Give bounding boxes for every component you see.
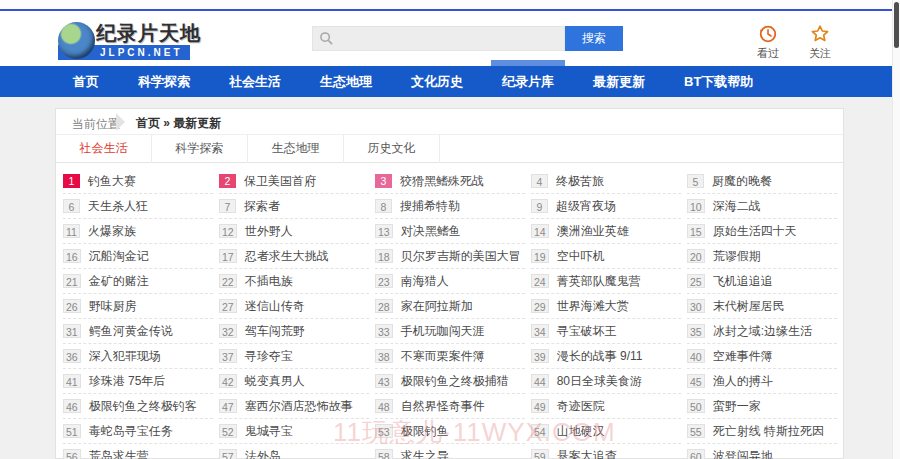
category-tab[interactable]: 科学探索 (152, 135, 248, 163)
documentary-title: 死亡射线 特斯拉死因 (713, 423, 824, 440)
documentary-title: 塞西尔酒店恐怖故事 (245, 398, 353, 415)
list-item[interactable]: 18贝尔罗吉斯的美国大冒 (375, 244, 525, 269)
documentary-title: 手机玩咖闯天涯 (401, 323, 485, 340)
search-input[interactable] (312, 26, 565, 51)
list-item[interactable]: 34寻宝破坏王 (531, 319, 681, 344)
nav-item[interactable]: 首页 (56, 66, 116, 97)
list-item[interactable]: 14澳洲渔业英雄 (531, 219, 681, 244)
nav-item[interactable]: 社会生活 (212, 66, 298, 97)
list-item[interactable]: 47塞西尔酒店恐怖故事 (219, 394, 369, 419)
list-item[interactable]: 41珍珠港 75年后 (63, 369, 213, 394)
rank-badge: 20 (687, 249, 705, 263)
rank-badge: 24 (531, 274, 549, 288)
rank-badge: 44 (531, 374, 549, 388)
list-item[interactable]: 10深海二战 (687, 194, 837, 219)
list-item[interactable]: 27迷信山传奇 (219, 294, 369, 319)
list-item[interactable]: 45渔人的搏斗 (687, 369, 837, 394)
documentary-title: 厨魔的晚餐 (712, 173, 772, 190)
category-tab[interactable]: 历史文化 (344, 135, 440, 163)
list-item[interactable]: 51毒蛇岛寻宝任务 (63, 419, 213, 444)
list-item[interactable]: 52鬼城寻宝 (219, 419, 369, 444)
list-item[interactable]: 9超级宵夜场 (531, 194, 681, 219)
watched-label: 看过 (750, 46, 786, 61)
rank-badge: 34 (531, 324, 549, 338)
list-item[interactable]: 1钓鱼大赛 (63, 169, 213, 194)
list-item[interactable]: 36深入犯罪现场 (63, 344, 213, 369)
search-bar: 搜索 (312, 26, 623, 51)
list-item[interactable]: 16沉船淘金记 (63, 244, 213, 269)
documentary-list: 1钓鱼大赛2保卫美国首府3狡猾黑鳍殊死战4终极苦旅5厨魔的晚餐6天生杀人狂7探索… (63, 169, 844, 459)
list-item[interactable]: 58求生之导 (375, 444, 525, 459)
list-item[interactable]: 3狡猾黑鳍殊死战 (375, 169, 525, 194)
category-tab[interactable]: 社会生活 (56, 135, 152, 163)
documentary-title: 深海二战 (713, 198, 761, 215)
documentary-title: 不寒而栗案件簿 (401, 348, 485, 365)
breadcrumb: 当前位置 首页 » 最新更新 (56, 109, 843, 135)
list-item[interactable]: 35冰封之域:边缘生活 (687, 319, 837, 344)
list-item[interactable]: 7探索者 (219, 194, 369, 219)
documentary-title: 保卫美国首府 (244, 173, 316, 190)
list-item[interactable]: 21金矿的赌注 (63, 269, 213, 294)
list-item[interactable]: 15原始生活四十天 (687, 219, 837, 244)
list-item[interactable]: 46极限钓鱼之终极钓客 (63, 394, 213, 419)
watched-button[interactable]: 看过 (750, 24, 786, 61)
list-item[interactable]: 38不寒而栗案件簿 (375, 344, 525, 369)
list-item[interactable]: 54山地硬汉 (531, 419, 681, 444)
list-item[interactable]: 31鳄鱼河黄金传说 (63, 319, 213, 344)
list-item[interactable]: 56荒岛求生营 (63, 444, 213, 459)
list-item[interactable]: 5厨魔的晚餐 (687, 169, 837, 194)
list-item[interactable]: 37寻珍夺宝 (219, 344, 369, 369)
list-item[interactable]: 30末代树屋居民 (687, 294, 837, 319)
list-item[interactable]: 57法外岛 (219, 444, 369, 459)
scrollbar-thumb[interactable] (894, 2, 899, 48)
list-item[interactable]: 43极限钓鱼之终极捕猎 (375, 369, 525, 394)
rank-badge: 33 (375, 324, 393, 338)
category-tab[interactable]: 生态地理 (248, 135, 344, 163)
list-item[interactable]: 17忍者求生大挑战 (219, 244, 369, 269)
documentary-title: 探索者 (244, 198, 280, 215)
list-item[interactable]: 19空中吓机 (531, 244, 681, 269)
documentary-title: 悬案大追查 (557, 448, 617, 459)
site-logo[interactable]: 纪录片天地 JLPCN.NET (58, 14, 208, 64)
list-item[interactable]: 2保卫美国首府 (219, 169, 369, 194)
nav-item[interactable]: BT下载帮助 (667, 66, 770, 97)
list-item[interactable]: 4480日全球美食游 (531, 369, 681, 394)
list-item[interactable]: 13对决黑鳍鱼 (375, 219, 525, 244)
content-card: 当前位置 首页 » 最新更新 社会生活科学探索生态地理历史文化 1钓鱼大赛2保卫… (55, 108, 844, 459)
list-item[interactable]: 50蛮野一家 (687, 394, 837, 419)
list-item[interactable]: 24菁英部队魔鬼营 (531, 269, 681, 294)
nav-item[interactable]: 最新更新 (576, 66, 662, 97)
list-item[interactable]: 12世外野人 (219, 219, 369, 244)
list-item[interactable]: 26野味厨房 (63, 294, 213, 319)
list-item[interactable]: 22不插电族 (219, 269, 369, 294)
list-item[interactable]: 29世界海滩大赏 (531, 294, 681, 319)
list-item[interactable]: 55死亡射线 特斯拉死因 (687, 419, 837, 444)
search-button[interactable]: 搜索 (565, 26, 623, 51)
nav-item[interactable]: 科学探索 (121, 66, 207, 97)
nav-item[interactable]: 纪录片库 (485, 66, 571, 97)
list-item[interactable]: 40空难事件簿 (687, 344, 837, 369)
list-item[interactable]: 32驾车闯荒野 (219, 319, 369, 344)
list-item[interactable]: 48自然界怪奇事件 (375, 394, 525, 419)
documentary-title: 极限钓鱼 (401, 423, 449, 440)
follow-button[interactable]: 关注 (802, 24, 838, 61)
list-item[interactable]: 4终极苦旅 (531, 169, 681, 194)
list-item[interactable]: 33手机玩咖闯天涯 (375, 319, 525, 344)
breadcrumb-path[interactable]: 首页 » 最新更新 (136, 115, 221, 132)
list-item[interactable]: 25飞机追追追 (687, 269, 837, 294)
list-item[interactable]: 60波登闯异地 (687, 444, 837, 459)
nav-item[interactable]: 文化历史 (394, 66, 480, 97)
list-item[interactable]: 23南海猎人 (375, 269, 525, 294)
list-item[interactable]: 59悬案大追查 (531, 444, 681, 459)
scrollbar-track[interactable] (892, 0, 900, 459)
list-item[interactable]: 8搜捕希特勒 (375, 194, 525, 219)
list-item[interactable]: 39漫长的战事 9/11 (531, 344, 681, 369)
list-item[interactable]: 28家在阿拉斯加 (375, 294, 525, 319)
list-item[interactable]: 11火爆家族 (63, 219, 213, 244)
list-item[interactable]: 6天生杀人狂 (63, 194, 213, 219)
list-item[interactable]: 53极限钓鱼 (375, 419, 525, 444)
list-item[interactable]: 49奇迹医院 (531, 394, 681, 419)
list-item[interactable]: 20荒谬假期 (687, 244, 837, 269)
nav-item[interactable]: 生态地理 (303, 66, 389, 97)
list-item[interactable]: 42蜕变真男人 (219, 369, 369, 394)
